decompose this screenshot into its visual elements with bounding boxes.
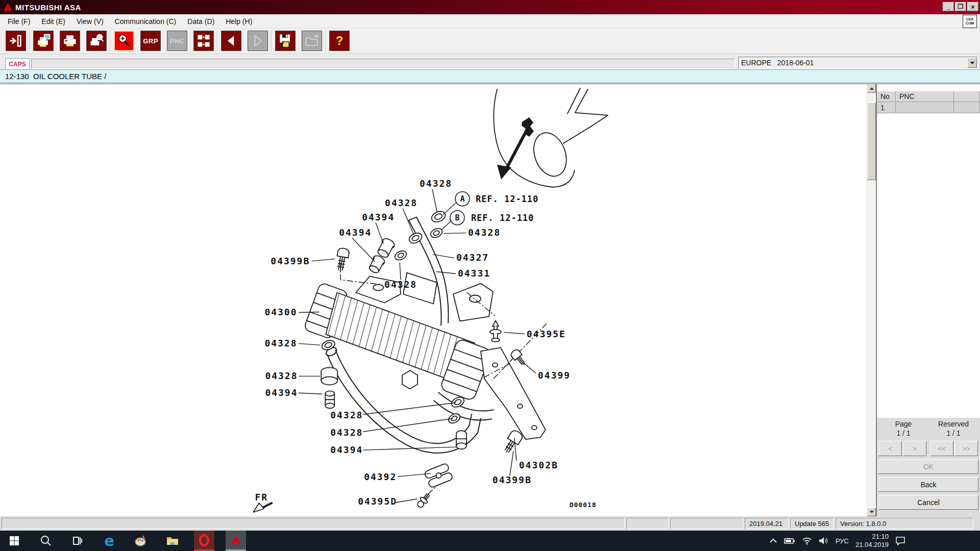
back-button[interactable] — [221, 31, 241, 51]
part-label: 04328 — [384, 279, 417, 290]
menu-data[interactable]: Data (D) — [182, 15, 220, 28]
mitsubishi-asa-button[interactable] — [226, 531, 246, 551]
save-button[interactable] — [275, 31, 296, 51]
parts-panel: No PNC 1 Page1 / 1 Reserved1 / 1 — [876, 84, 980, 516]
chevron-down-icon[interactable] — [967, 58, 977, 68]
part-label: 04399B — [271, 256, 310, 266]
print-button[interactable] — [60, 31, 80, 51]
page-prev-button[interactable]: < — [878, 441, 902, 456]
parts-diagram: 043280432804394043940432804399B043270433… — [0, 84, 867, 516]
back-nav-button[interactable]: Back — [878, 477, 978, 492]
reserved-prev-button[interactable]: << — [930, 441, 953, 456]
col-pnc: PNC — [896, 91, 954, 102]
print-preview-button[interactable] — [86, 31, 107, 51]
notification-icon[interactable] — [895, 536, 905, 545]
menu-view[interactable]: View (V) — [71, 15, 109, 28]
tray-chevron-icon[interactable] — [769, 538, 777, 544]
page-next-button[interactable]: > — [903, 441, 926, 456]
printer-icon — [62, 33, 78, 49]
menu-communication[interactable]: Communication (C) — [109, 15, 182, 28]
status-version: Version: 1.8.0.0 — [836, 518, 973, 529]
layout-grid-button[interactable] — [193, 31, 214, 51]
file-explorer-button[interactable] — [162, 531, 183, 551]
paint-button[interactable] — [131, 531, 151, 551]
diagram-viewport[interactable]: 043280432804394043940432804399B043270433… — [0, 84, 867, 516]
speaker-icon[interactable] — [819, 537, 829, 545]
tab-caps[interactable]: CAPS — [5, 58, 30, 69]
lexcom-badge: LEXCOM — [963, 15, 977, 28]
edge-browser-button[interactable]: e — [99, 531, 119, 551]
zoom-button[interactable] — [114, 31, 134, 51]
reserved-indicator: Reserved1 / 1 — [928, 420, 978, 438]
part-label: 04394 — [339, 227, 372, 238]
table-header: No PNC — [877, 91, 980, 102]
fr-arrow — [253, 503, 272, 512]
part-label: 04394 — [362, 212, 395, 222]
table-row[interactable]: 1 — [877, 102, 980, 113]
system-tray: РУС 21:10 21.04.2019 — [769, 531, 905, 551]
clock[interactable]: 21:10 21.04.2019 — [855, 533, 889, 549]
grp-button[interactable]: GRP — [140, 31, 161, 51]
start-button[interactable] — [4, 531, 24, 551]
part-label: 04327 — [456, 252, 489, 263]
scrollbar-thumb[interactable] — [867, 103, 876, 180]
part-label: 04328 — [330, 410, 363, 420]
part-label: 04300 — [264, 307, 297, 317]
menu-help[interactable]: Help (H) — [220, 15, 258, 28]
tab-row: CAPS EUROPE 2018-06-01 — [0, 54, 980, 69]
edge-icon: e — [104, 534, 114, 548]
scroll-up-button[interactable] — [867, 84, 876, 93]
arrow-up-icon — [870, 85, 874, 90]
task-view-icon — [71, 535, 84, 547]
print-setup-button[interactable] — [33, 31, 54, 51]
region-select[interactable]: EUROPE 2018-06-01 — [738, 57, 978, 69]
clock-time: 21:10 — [855, 533, 889, 541]
col-extra — [954, 91, 980, 102]
status-update: Update 565 — [790, 518, 834, 529]
page-indicator: Page1 / 1 — [878, 420, 928, 438]
status-bar: 2019.04.21 Update 565 Version: 1.8.0.0 — [0, 516, 980, 531]
scroll-down-button[interactable] — [867, 508, 876, 516]
four-squares-icon — [195, 33, 212, 49]
menu-file[interactable]: File (F) — [2, 15, 36, 28]
search-button[interactable] — [36, 531, 56, 551]
task-view-button[interactable] — [67, 531, 88, 551]
ok-button[interactable]: OK — [878, 459, 978, 474]
part-label: 04328 — [330, 427, 363, 438]
menu-edit[interactable]: Edit (E) — [36, 15, 71, 28]
opera-browser-button[interactable] — [194, 531, 214, 551]
part-label: 04328 — [385, 197, 418, 208]
svg-text:A: A — [460, 194, 464, 204]
folder-icon — [166, 534, 179, 547]
section-header: 12-130 OIL COOLER TUBE / — [0, 69, 980, 84]
clock-date: 21.04.2019 — [855, 541, 889, 549]
part-label: 04328 — [264, 338, 297, 348]
search-icon — [40, 535, 52, 547]
mounting-plate — [481, 347, 546, 439]
col-no: No — [877, 91, 896, 102]
part-label: 04328 — [265, 370, 298, 381]
help-button[interactable]: ? — [329, 31, 350, 51]
wifi-icon[interactable] — [802, 537, 812, 545]
status-date: 2019.04.21 — [745, 518, 789, 529]
battery-icon[interactable] — [784, 537, 795, 544]
pnc-button[interactable]: PNC — [167, 31, 187, 51]
ref-note: REF. 12-110 — [471, 213, 534, 223]
vertical-scrollbar[interactable] — [867, 84, 876, 516]
toolbar: GRP PNC — [0, 29, 980, 54]
restore-button[interactable]: ❐ — [955, 2, 966, 11]
region-value: EUROPE 2018-06-01 — [739, 59, 967, 67]
tab-strip — [31, 59, 735, 69]
exit-button[interactable] — [6, 31, 26, 51]
folder-open-icon — [304, 33, 320, 49]
part-label: FR — [255, 492, 268, 503]
cancel-button[interactable]: Cancel — [878, 495, 978, 510]
close-button[interactable]: × — [967, 2, 978, 11]
minimize-button[interactable]: _ — [943, 2, 954, 11]
forward-button[interactable] — [248, 31, 268, 51]
reserved-next-button[interactable]: >> — [954, 441, 978, 456]
part-label: 04302B — [519, 460, 558, 470]
open-button[interactable] — [302, 31, 322, 51]
paint-palette-icon — [134, 534, 148, 547]
language-indicator[interactable]: РУС — [836, 537, 849, 545]
